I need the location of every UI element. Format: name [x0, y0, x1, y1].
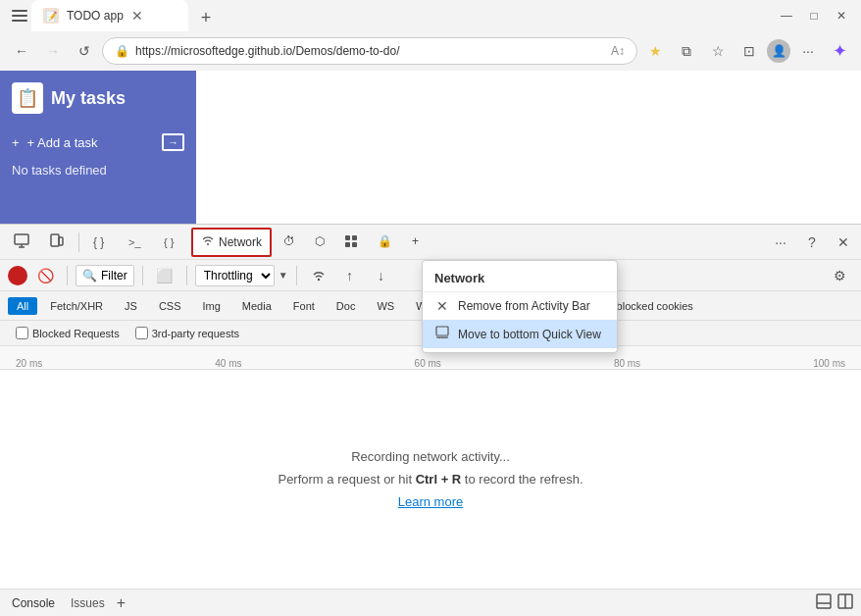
no-tasks-label: No tasks defined — [12, 163, 184, 178]
svg-rect-11 — [352, 235, 357, 240]
settings-icon[interactable]: ⚙ — [826, 262, 853, 289]
filter-js[interactable]: JS — [116, 297, 146, 315]
svg-text:>_: >_ — [128, 236, 141, 248]
throttle-select[interactable]: Throttling — [195, 265, 275, 286]
tab-close-button[interactable]: ✕ — [131, 8, 143, 24]
svg-rect-12 — [345, 242, 350, 247]
add-icon: + — [12, 135, 20, 150]
tab-security[interactable]: 🔒 — [368, 225, 402, 260]
svg-rect-0 — [12, 10, 27, 12]
blocked-requests-filter[interactable]: Blocked Requests — [16, 327, 120, 339]
bookmark-icon[interactable]: ★ — [641, 37, 669, 65]
timeline-80ms: 80 ms — [614, 358, 640, 369]
edge-icon[interactable]: ✦ — [826, 37, 853, 65]
tab-sources[interactable]: { } — [154, 225, 189, 260]
devtools-tabbar: { } >_ { } Network ⏱ ⬡ 🔒 + · — [0, 225, 861, 260]
main-area: 📋 My tasks + + Add a task → No tasks def… — [0, 71, 861, 616]
new-tab-button[interactable]: + — [192, 4, 220, 31]
devtools-more-icon[interactable]: ··· — [767, 229, 794, 256]
devtools-bottom-bar: Console Issues + — [0, 589, 861, 616]
dock-icon[interactable] — [816, 593, 832, 612]
remove-icon: ✕ — [434, 298, 450, 314]
tab-console[interactable]: >_ — [119, 225, 154, 260]
filter-font[interactable]: Font — [284, 297, 324, 315]
favorites-icon[interactable]: ☆ — [704, 37, 732, 65]
third-party-filter[interactable]: 3rd-party requests — [135, 327, 239, 339]
title-bar-left — [8, 4, 31, 27]
svg-rect-13 — [352, 242, 357, 247]
context-menu-move[interactable]: Move to bottom Quick View — [423, 320, 617, 348]
throttle-arrow: ▼ — [279, 270, 288, 281]
filter-media[interactable]: Media — [233, 297, 280, 315]
desc-before: Perform a request or hit — [278, 472, 415, 487]
timeline-40ms: 40 ms — [215, 358, 241, 369]
reader-icon[interactable]: A↕ — [611, 44, 625, 58]
collections-icon[interactable]: ⧉ — [673, 37, 700, 65]
filter-fetch-xhr[interactable]: Fetch/XHR — [41, 297, 112, 315]
svg-point-9 — [207, 243, 209, 245]
tab-application[interactable] — [334, 225, 368, 260]
context-menu-title: Network — [423, 265, 617, 292]
remove-label: Remove from Activity Bar — [458, 299, 590, 313]
upload-icon[interactable]: ↑ — [336, 262, 364, 289]
learn-more-link[interactable]: Learn more — [398, 494, 463, 509]
bottom-tab-console[interactable]: Console — [8, 594, 59, 612]
context-menu-remove[interactable]: ✕ Remove from Activity Bar — [423, 292, 617, 320]
tab-performance[interactable]: ⏱ — [274, 225, 305, 260]
devtools-device-icon[interactable] — [39, 225, 75, 260]
filter-all[interactable]: All — [8, 297, 37, 315]
tab-title: TODO app — [67, 9, 124, 23]
tab-network-label: Network — [219, 235, 262, 249]
profile-icon[interactable]: 👤 — [767, 39, 790, 63]
blocked-requests-checkbox[interactable] — [16, 327, 28, 339]
tab-elements[interactable]: { } — [83, 225, 119, 260]
expand-icon[interactable] — [837, 593, 853, 612]
title-bar: 📝 TODO app ✕ + — □ ✕ — [0, 0, 861, 31]
bottom-tab-issues[interactable]: Issues — [67, 594, 109, 612]
back-button[interactable]: ← — [8, 37, 35, 65]
minimize-button[interactable]: — — [775, 4, 798, 27]
add-task-button[interactable]: + + Add a task → — [12, 129, 184, 155]
forward-button[interactable]: → — [39, 37, 67, 65]
bottom-tab-add[interactable]: + — [117, 594, 126, 612]
svg-text:{ }: { } — [93, 235, 104, 249]
filter-ws[interactable]: WS — [368, 297, 403, 315]
download-icon[interactable]: ↓ — [368, 262, 395, 289]
split-screen-icon[interactable]: ⊡ — [735, 37, 763, 65]
clear-button[interactable]: 🚫 — [31, 262, 59, 289]
third-party-checkbox[interactable] — [135, 327, 148, 339]
tab-network[interactable]: Network — [191, 228, 272, 257]
devtools-help-icon[interactable]: ? — [798, 229, 826, 256]
filter-css[interactable]: CSS — [150, 297, 190, 315]
more-icon[interactable]: ··· — [794, 37, 822, 65]
maximize-button[interactable]: □ — [802, 4, 826, 27]
app-title: My tasks — [51, 88, 126, 109]
window-controls: — □ ✕ — [775, 4, 853, 27]
devtools-close-icon[interactable]: ✕ — [830, 229, 857, 256]
desc-shortcut: Ctrl + R — [416, 472, 462, 487]
move-label: Move to bottom Quick View — [458, 328, 601, 341]
timeline-20ms: 20 ms — [16, 358, 42, 369]
app-area: 📋 My tasks + + Add a task → No tasks def… — [0, 71, 861, 224]
svg-rect-3 — [15, 234, 28, 244]
browser-menu-icon[interactable] — [8, 4, 31, 27]
refresh-button[interactable]: ↺ — [71, 37, 98, 65]
app-main — [196, 71, 861, 224]
close-button[interactable]: ✕ — [830, 4, 853, 27]
active-tab[interactable]: 📝 TODO app ✕ — [31, 0, 188, 31]
record-button[interactable] — [8, 266, 27, 285]
svg-point-15 — [317, 278, 319, 280]
bottom-bar-right — [816, 593, 853, 612]
filter-input[interactable]: 🔍 Filter — [76, 265, 134, 286]
tab-bar: 📝 TODO app ✕ + — [31, 0, 767, 31]
filter-img[interactable]: Img — [194, 297, 229, 315]
tab-plus[interactable]: + — [402, 225, 429, 260]
recording-title: Recording network activity... — [351, 449, 510, 464]
wifi-icon[interactable] — [305, 262, 332, 289]
address-bar[interactable]: 🔒 https://microsoftedge.github.io/Demos/… — [102, 37, 637, 65]
filter-doc[interactable]: Doc — [328, 297, 365, 315]
tab-memory[interactable]: ⬡ — [305, 225, 334, 260]
devtools-inspect-icon[interactable] — [4, 225, 39, 260]
filter-search-icon: 🔍 — [82, 269, 97, 282]
import-har-icon[interactable]: ⬜ — [151, 262, 178, 289]
